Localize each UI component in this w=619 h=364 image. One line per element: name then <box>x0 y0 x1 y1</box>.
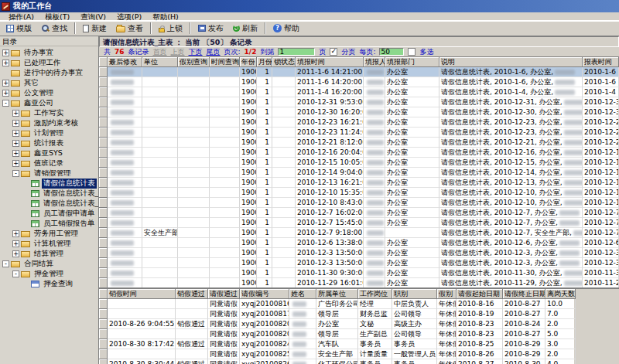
tree-item-5[interactable]: -鑫亚公司 <box>0 98 98 108</box>
expand-icon[interactable]: + <box>12 160 19 167</box>
row-gutter[interactable] <box>99 158 108 168</box>
column-header[interactable]: 请假通过 <box>208 289 240 299</box>
tree-item-13[interactable]: 请假信息统计表 <box>0 179 98 189</box>
table-row[interactable]: 190012010-12-10 15:35:00办公室请假信息统计表, 2010… <box>99 188 619 198</box>
expand-icon[interactable]: + <box>2 80 9 87</box>
column-header[interactable]: 销假通过 <box>176 289 208 299</box>
table-row[interactable]: 190012010-12-21 8:12:00办公室请假信息统计表, 2010-… <box>99 138 619 148</box>
column-header[interactable]: 请假编号 <box>240 289 289 299</box>
tree-item-11[interactable]: +值班记录 <box>0 158 98 168</box>
table-row[interactable]: 2010-8-30 8:30:44销假通过同意请假xyqj20100826001… <box>99 359 574 364</box>
tree-item-1[interactable]: +已处理工作 <box>0 58 98 68</box>
pager-next-link[interactable]: 下页 <box>189 47 203 57</box>
tree-item-23[interactable]: 押金查询 <box>0 279 98 289</box>
paging-checkbox[interactable] <box>330 48 337 56</box>
tree-item-12[interactable]: -请销假管理 <box>0 168 98 179</box>
table-row[interactable]: 190012010-11-29 16:01:00办公室请假信息统计表, 2010… <box>99 278 619 287</box>
column-header[interactable]: 请假终止日期 <box>503 289 545 299</box>
tree-item-6[interactable]: +工作写实 <box>0 108 98 118</box>
column-header[interactable]: 工作岗位 <box>358 289 392 299</box>
table-row[interactable]: 同意请假xyqj20100825002安全生产部计量质量一般管理人员年休假201… <box>99 349 574 359</box>
pager-prev-link[interactable]: 上页 <box>171 47 185 57</box>
expand-icon[interactable]: + <box>12 230 19 237</box>
column-header[interactable]: 填报部门 <box>385 57 439 67</box>
row-gutter[interactable] <box>99 238 108 248</box>
toolbar-button-1[interactable]: 查找 <box>36 22 72 35</box>
row-gutter[interactable] <box>99 128 108 138</box>
table-row[interactable]: 2010-8-26 9:04:55销假通过同意请假xyqj20100820002… <box>99 319 574 329</box>
table-row[interactable]: 安全生产部190012010-12-7 9:18:00请假信息统计表, 2010… <box>99 228 619 238</box>
column-header[interactable]: 职别 <box>392 289 437 299</box>
row-gutter[interactable] <box>99 168 108 178</box>
column-header[interactable]: 时间查询 <box>210 57 240 67</box>
table-row[interactable]: 同意请假xyqj20100817010领导层财务总监公司领导年休假2010-8-… <box>99 309 574 319</box>
table-row[interactable]: 190012011-1-6 14:21:00办公室请假信息统计表, 2010-1… <box>99 67 619 77</box>
expand-icon[interactable]: + <box>12 150 19 157</box>
column-header[interactable]: 填报时间 <box>296 57 364 67</box>
column-header[interactable]: 报表时间 <box>583 57 619 67</box>
table-row[interactable]: 同意请假xyqj20100816001广告印务公司经理中层负责人年休假2010-… <box>99 299 574 309</box>
toolbar-button-4[interactable]: 上锁 <box>154 22 187 35</box>
tree-item-18[interactable]: +劳务用工管理 <box>0 229 98 239</box>
row-gutter[interactable] <box>99 178 108 188</box>
per-page-input[interactable] <box>379 48 404 56</box>
tree-item-21[interactable]: -合同结算 <box>0 259 98 269</box>
column-header[interactable]: 年份 <box>240 57 257 67</box>
tree-item-22[interactable]: -押金管理 <box>0 269 98 279</box>
expand-icon[interactable]: + <box>2 60 9 66</box>
collapse-icon[interactable]: - <box>12 270 19 277</box>
row-gutter[interactable] <box>99 87 108 97</box>
expand-icon[interactable]: + <box>12 130 19 137</box>
column-header[interactable]: 离岗天数 <box>545 289 576 299</box>
table-row[interactable]: 190012010-12-14 9:04:00办公室请假信息统计表, 2010-… <box>99 168 619 178</box>
column-header[interactable]: 销假时间 <box>108 289 176 299</box>
menu-item-3[interactable]: 选项(P) <box>111 12 147 21</box>
row-gutter[interactable] <box>99 67 108 77</box>
tree-item-17[interactable]: 员工销假报告单 <box>0 219 98 229</box>
column-header[interactable]: 锁状态 <box>272 57 296 67</box>
table-row[interactable]: 190012010-11-30 9:30:00办公室请假信息统计表, 2010-… <box>99 268 619 278</box>
table-row[interactable]: 2010-8-30 8:17:42销假通过同意请假xyqj20100824001… <box>99 339 574 349</box>
row-gutter[interactable] <box>99 349 108 359</box>
tree-item-20[interactable]: +结算管理 <box>0 249 98 259</box>
table-row[interactable]: 190012010-12-16 20:04:00办公室请假信息统计表, 2010… <box>99 148 619 158</box>
table-row[interactable]: 190012010-12-15 10:05:00办公室请假信息统计表, 2010… <box>99 158 619 168</box>
pager-goto-input[interactable] <box>278 48 315 56</box>
column-header[interactable]: 请假起始日期 <box>457 289 503 299</box>
tree-item-8[interactable]: +计划管理 <box>0 128 98 138</box>
row-gutter[interactable] <box>99 97 108 107</box>
row-gutter[interactable] <box>99 208 108 218</box>
menu-item-0[interactable]: 操作(A) <box>3 12 39 21</box>
tree-item-9[interactable]: +统计报表 <box>0 138 98 148</box>
expand-icon[interactable]: + <box>12 110 19 117</box>
table-row[interactable]: 190012010-12-31 9:53:00办公室请假信息统计表, 2010-… <box>99 97 619 107</box>
table-row[interactable]: 190012010-12-23 11:24:00办公室请假信息统计表, 2010… <box>99 128 619 138</box>
tree-item-10[interactable]: +鑫亚SYS <box>0 148 98 158</box>
row-gutter[interactable] <box>99 248 108 258</box>
collapse-icon[interactable]: - <box>2 100 9 107</box>
row-gutter[interactable] <box>99 198 108 208</box>
table-row[interactable]: 190012010-12-3 13:50:00办公室请假信息统计表, 2010-… <box>99 258 619 268</box>
column-header[interactable]: 说明 <box>439 57 583 67</box>
menu-item-2[interactable]: 查询(V) <box>75 12 111 21</box>
tree-item-4[interactable]: +公文管理 <box>0 88 98 98</box>
table-row[interactable]: 同意请假xyqj20100820001领导层生产副总公司领导年休假2010-8-… <box>99 329 574 339</box>
tree-item-7[interactable]: +激励约束考核 <box>0 118 98 128</box>
toolbar-button-6[interactable]: 刷新 <box>228 22 262 35</box>
row-gutter[interactable] <box>99 77 108 87</box>
row-gutter[interactable] <box>99 148 108 158</box>
row-gutter[interactable] <box>99 117 108 128</box>
row-gutter[interactable] <box>99 359 108 364</box>
table-row[interactable]: 190012010-12-30 16:20:00办公室请假信息统计表, 2010… <box>99 107 619 117</box>
row-gutter[interactable] <box>99 107 108 117</box>
row-gutter[interactable] <box>99 258 108 268</box>
column-header[interactable]: 填报人 <box>364 57 385 67</box>
table-row[interactable]: 190012011-1-4 16:20:00办公室请假信息统计表, 2010-1… <box>99 87 619 97</box>
row-gutter[interactable] <box>99 218 108 228</box>
toolbar-button-7[interactable]: 帮助 <box>268 22 304 35</box>
column-header[interactable]: 最后修改 <box>108 57 142 67</box>
expand-icon[interactable]: + <box>12 250 19 257</box>
table-row[interactable]: 190012010-12-7 15:45:00办公室请假信息统计表, 2010-… <box>99 218 619 228</box>
expand-icon[interactable]: + <box>2 90 9 97</box>
tree-item-14[interactable]: 请假信息统计表_单位 <box>0 189 98 199</box>
